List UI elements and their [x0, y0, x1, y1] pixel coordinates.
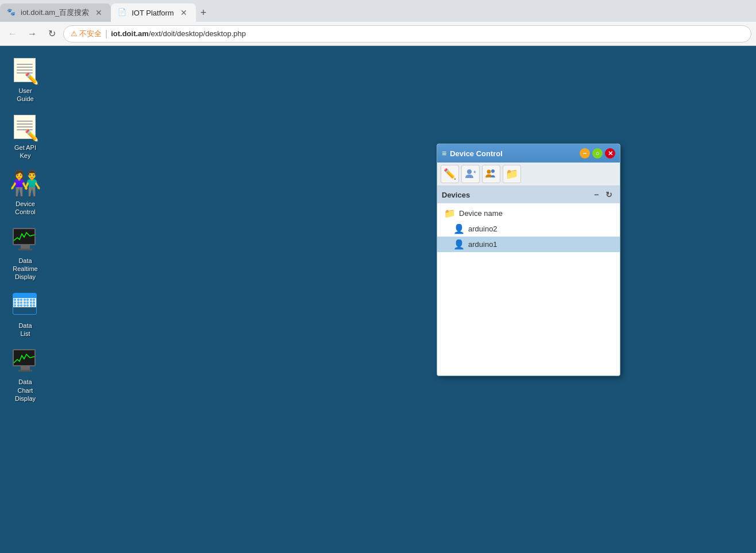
devices-refresh-button[interactable]: ↻ [603, 188, 615, 201]
user-guide-icon-img: ✏️ [11, 57, 39, 84]
back-button[interactable]: ← [5, 26, 21, 42]
device-tree: 📁 Device name 👤 arduino2 👤 arduino1 [437, 203, 620, 376]
tab-bar: 🐾 iot.doit.am_百度搜索 ✕ 📄 IOT Platform ✕ + [0, 0, 756, 22]
tree-item-label-arduino1: arduino1 [468, 240, 497, 249]
toolbar-manage-users-button[interactable] [482, 165, 500, 183]
tab-label-2: IOT Platform [132, 9, 173, 17]
chart-graph-svg [14, 350, 34, 365]
data-realtime-label: DataRealtimeDisplay [13, 257, 37, 281]
people-icon: 👫 [10, 171, 41, 196]
toolbar-folder-button[interactable]: 📁 [503, 165, 521, 183]
reload-button[interactable]: ↻ [44, 26, 60, 42]
monitor-icon-chart [13, 349, 38, 374]
window-controls: − ○ ✕ [580, 148, 615, 158]
notepad-icon-user-guide: ✏️ [13, 58, 38, 83]
svg-text:+: + [473, 169, 476, 175]
pen-icon: ✏️ [25, 72, 39, 86]
desktop: ✏️ UserGuide ✏️ [0, 46, 756, 553]
window-close-button[interactable]: ✕ [605, 148, 615, 158]
address-text: iot.doit.am/ext/doit/desktop/desktop.php [111, 29, 246, 38]
data-list-label: DataList [18, 322, 32, 338]
desktop-icon-get-api-key[interactable]: ✏️ Get APIKey [6, 111, 45, 163]
tree-item-device-name[interactable]: 📁 Device name [437, 206, 620, 221]
window-minimize-button[interactable]: − [580, 148, 590, 158]
devices-collapse-button[interactable]: − [590, 188, 603, 201]
address-path: /ext/doit/desktop/desktop.php [149, 29, 246, 38]
security-warning: ⚠ 不安全 [71, 29, 102, 39]
user-icon-arduino1: 👤 [453, 239, 465, 250]
tree-item-label-arduino2: arduino2 [468, 225, 497, 233]
monitor-icon-realtime [13, 228, 38, 253]
desktop-icon-data-realtime[interactable]: DataRealtimeDisplay [6, 225, 45, 284]
calendar-icon [13, 293, 38, 318]
data-list-icon-img [11, 292, 39, 319]
tab-close-1[interactable]: ✕ [94, 7, 104, 18]
address-domain: iot.doit.am [111, 29, 149, 38]
address-box[interactable]: ⚠ 不安全 | iot.doit.am/ext/doit/desktop/des… [63, 25, 751, 42]
desktop-icon-data-chart[interactable]: DataChartDisplay [6, 346, 45, 405]
new-tab-button[interactable]: + [196, 3, 211, 22]
notepad-icon-api: ✏️ [13, 115, 38, 140]
data-chart-icon-img [11, 348, 39, 376]
window-maximize-button[interactable]: ○ [592, 148, 603, 158]
pen-icon-2: ✏️ [25, 129, 39, 142]
tree-item-arduino2[interactable]: 👤 arduino2 [437, 221, 620, 237]
address-separator: | [105, 29, 107, 39]
desktop-icons: ✏️ UserGuide ✏️ [0, 46, 51, 413]
data-chart-label: DataChartDisplay [15, 378, 36, 403]
window-title-text: Device Control [450, 149, 576, 158]
user-guide-label: UserGuide [17, 87, 33, 103]
devices-panel-header: Devices − ↻ [437, 186, 620, 203]
get-api-key-icon-img: ✏️ [11, 114, 39, 141]
tab-active[interactable]: 📄 IOT Platform ✕ [111, 3, 195, 22]
folder-icon: 📁 [444, 208, 456, 219]
tab-favicon-2: 📄 [118, 8, 127, 17]
tree-item-label-device-name: Device name [459, 209, 503, 218]
toolbar-add-user-button[interactable]: + [461, 165, 480, 183]
data-realtime-icon-img [11, 227, 39, 254]
window-title-icon: ≡ [442, 149, 446, 158]
manage-users-icon [485, 168, 497, 180]
svg-point-3 [491, 169, 495, 173]
tab-label-1: iot.doit.am_百度搜索 [21, 7, 89, 18]
desktop-icon-user-guide[interactable]: ✏️ UserGuide [6, 55, 45, 106]
device-control-label: DeviceControl [15, 200, 35, 216]
desktop-icon-data-list[interactable]: DataList [6, 289, 45, 341]
add-user-icon: + [464, 168, 477, 180]
realtime-graph-svg [14, 229, 34, 244]
security-text: 不安全 [79, 29, 102, 39]
address-bar-row: ← → ↻ ⚠ 不安全 | iot.doit.am/ext/doit/deskt… [0, 22, 756, 46]
device-control-window: ≡ Device Control − ○ ✕ ✏️ + [437, 144, 620, 376]
window-titlebar: ≡ Device Control − ○ ✕ [437, 144, 620, 163]
svg-point-2 [487, 170, 491, 174]
tree-item-arduino1[interactable]: 👤 arduino1 [437, 237, 620, 252]
tab-close-2[interactable]: ✕ [179, 7, 189, 18]
forward-button[interactable]: → [24, 26, 40, 42]
tab-inactive[interactable]: 🐾 iot.doit.am_百度搜索 ✕ [0, 3, 111, 22]
toolbar-edit-button[interactable]: ✏️ [441, 165, 459, 183]
get-api-key-label: Get APIKey [14, 144, 36, 160]
svg-point-0 [467, 169, 472, 174]
tab-favicon-1: 🐾 [7, 8, 16, 17]
browser-chrome: 🐾 iot.doit.am_百度搜索 ✕ 📄 IOT Platform ✕ + … [0, 0, 756, 46]
window-toolbar: ✏️ + 📁 [437, 163, 620, 186]
desktop-icon-device-control[interactable]: 👫 DeviceControl [6, 168, 45, 219]
device-control-icon-img: 👫 [11, 170, 39, 198]
devices-panel-title: Devices [442, 191, 590, 199]
warning-icon: ⚠ [71, 29, 78, 38]
user-icon-arduino2: 👤 [453, 223, 465, 234]
